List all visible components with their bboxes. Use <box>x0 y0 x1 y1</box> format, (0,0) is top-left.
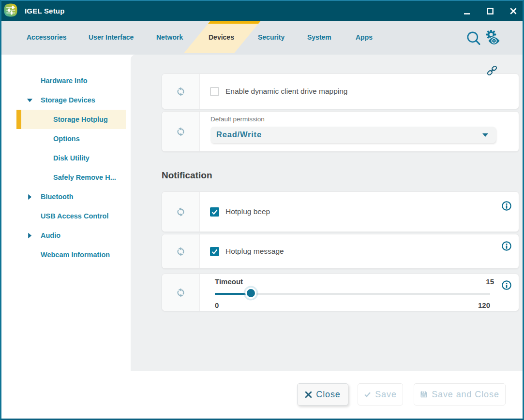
triangle-right-glyph <box>28 232 32 239</box>
sidebar-tree: Hardware Info Storage Devices Storage Ho… <box>1 55 131 371</box>
checkbox-label: Hotplug beep <box>225 207 270 216</box>
save-button-label: Save <box>375 390 397 400</box>
slider-label-row: Timeout 15 <box>215 277 494 285</box>
sidebar-item-storage-devices[interactable]: Storage Devices <box>1 90 131 110</box>
selected-item-bar <box>16 110 21 129</box>
sidebar-item-label: Storage Hotplug <box>53 110 108 129</box>
sidebar-item-disk-utility[interactable]: Disk Utility <box>1 148 131 168</box>
sidebar-item-safely-remove[interactable]: Safely Remove H... <box>1 168 131 187</box>
sidebar-item-usb-access-control[interactable]: USB Access Control <box>1 206 131 226</box>
reset-strip <box>162 74 200 109</box>
floppy-glyph <box>420 391 428 398</box>
chevron-down-icon[interactable] <box>27 90 33 110</box>
close-window-button[interactable] <box>505 1 522 21</box>
chevron-right-icon[interactable] <box>28 187 32 206</box>
window-body: Hardware Info Storage Devices Storage Ho… <box>1 55 523 371</box>
checkmark-icon <box>211 248 218 255</box>
section-heading: Notification <box>162 170 212 180</box>
search-icon[interactable] <box>466 31 482 47</box>
info-icon[interactable] <box>502 201 511 211</box>
sidebar-item-webcam-information[interactable]: Webcam Information <box>1 245 131 264</box>
sidebar-item-audio[interactable]: Audio <box>1 226 131 245</box>
check-glyph <box>364 391 371 398</box>
close-button[interactable]: Close <box>297 383 348 406</box>
sidebar-item-label: Audio <box>41 226 60 245</box>
settings-visibility-icon[interactable] <box>485 30 502 45</box>
slider-minmax-row: 0 120 <box>215 301 490 309</box>
minimize-icon <box>464 8 470 14</box>
link-icon[interactable] <box>487 65 497 76</box>
setting-content-row: Hotplug beep <box>200 192 519 232</box>
reset-strip <box>162 112 200 151</box>
slider-area: Timeout 15 0 120 <box>215 274 490 311</box>
select-value: Read/Write <box>216 127 262 143</box>
setting-row-hotplug-message: Hotplug message <box>162 234 519 269</box>
checkmark-icon <box>211 208 218 216</box>
sidebar-item-storage-hotplug[interactable]: Storage Hotplug <box>1 110 131 129</box>
window-title: IGEL Setup <box>25 1 65 21</box>
close-icon <box>510 8 517 14</box>
checkbox-label: Enable dynamic client drive mapping <box>225 87 347 96</box>
sidebar-item-label: Webcam Information <box>41 245 110 264</box>
save-check-icon <box>364 391 371 398</box>
checkbox-label: Hotplug message <box>225 247 284 256</box>
reset-strip <box>162 192 200 232</box>
setting-content-row: Enable dynamic client drive mapping <box>200 74 519 109</box>
tab-apps[interactable]: Apps <box>356 21 373 55</box>
close-button-label: Close <box>316 390 341 400</box>
checkbox-dynamic-mapping[interactable] <box>210 87 219 96</box>
tab-bar: Accessories User Interface Network Devic… <box>1 21 523 55</box>
save-button[interactable]: Save <box>358 383 403 406</box>
setting-row-dynamic-mapping: Enable dynamic client drive mapping <box>162 73 519 109</box>
sidebar-item-label: Storage Devices <box>41 90 95 110</box>
tab-security[interactable]: Security <box>258 21 284 55</box>
checkbox-hotplug-message[interactable] <box>210 247 219 256</box>
maximize-icon <box>487 8 494 14</box>
reset-icon[interactable] <box>176 127 186 137</box>
save-and-close-button-label: Save and Close <box>432 390 499 400</box>
sidebar-item-bluetooth[interactable]: Bluetooth <box>1 187 131 206</box>
save-and-close-button[interactable]: Save and Close <box>414 383 506 406</box>
sidebar-item-label: Options <box>53 129 80 148</box>
info-icon[interactable] <box>502 241 511 251</box>
save-disk-icon <box>420 391 428 398</box>
setting-row-hotplug-beep: Hotplug beep <box>162 191 519 232</box>
checkbox-hotplug-beep[interactable] <box>210 207 219 217</box>
tab-system[interactable]: System <box>307 21 331 55</box>
chevron-right-icon[interactable] <box>28 226 32 245</box>
reset-icon[interactable] <box>176 246 186 257</box>
maximize-button[interactable] <box>481 1 499 21</box>
igel-setup-window: IGEL Setup Accessories User Interface Ne… <box>0 0 524 420</box>
select-caret-icon <box>482 133 488 137</box>
info-icon[interactable] <box>502 280 511 290</box>
x-glyph <box>305 391 312 398</box>
reset-icon[interactable] <box>176 87 186 97</box>
tab-network[interactable]: Network <box>156 21 183 55</box>
setting-content-row: Hotplug message <box>200 234 519 268</box>
triangle-down-glyph <box>27 98 33 102</box>
title-bar: IGEL Setup <box>1 1 523 21</box>
close-x-icon <box>305 391 312 398</box>
reset-strip <box>162 274 200 311</box>
sidebar-item-options[interactable]: Options <box>1 129 131 148</box>
slider-thumb[interactable] <box>245 288 256 299</box>
sidebar-item-label: USB Access Control <box>41 206 108 226</box>
slider-label: Timeout <box>215 277 243 285</box>
tab-devices[interactable]: Devices <box>209 21 234 55</box>
sidebar-item-label: Hardware Info <box>41 71 88 90</box>
reset-icon[interactable] <box>176 288 186 298</box>
reset-icon[interactable] <box>176 207 186 217</box>
default-permission-select[interactable]: Read/Write <box>210 127 496 143</box>
tab-user-interface[interactable]: User Interface <box>89 21 134 55</box>
reset-strip <box>162 234 200 268</box>
sidebar-item-label: Disk Utility <box>53 148 90 168</box>
tab-accessories[interactable]: Accessories <box>27 21 67 55</box>
minimize-button[interactable] <box>458 1 476 21</box>
sidebar-item-hardware-info[interactable]: Hardware Info <box>1 71 131 90</box>
select-label: Default permission <box>210 116 265 123</box>
slider-min: 0 <box>215 301 219 309</box>
sidebar-item-label: Bluetooth <box>41 187 74 206</box>
slider-max: 120 <box>478 301 490 309</box>
sidebar-item-label: Safely Remove H... <box>53 168 116 187</box>
slider-value: 15 <box>486 277 494 285</box>
